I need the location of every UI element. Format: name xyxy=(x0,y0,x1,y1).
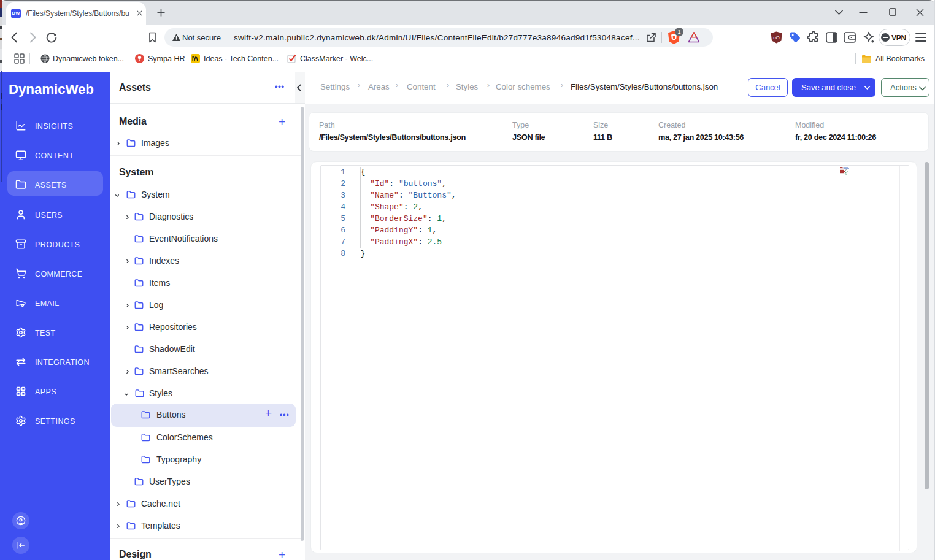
svg-text:uO: uO xyxy=(773,35,780,40)
